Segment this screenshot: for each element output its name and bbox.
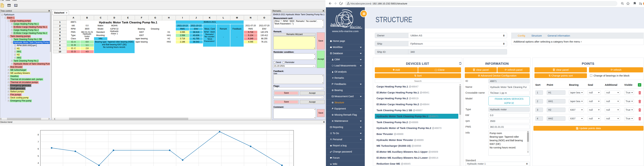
svg-text:5: 5 (38, 155, 39, 157)
svg-text:6: 6 (38, 147, 39, 150)
svg-text:8: 8 (38, 133, 39, 136)
svg-text:Info: Info (330, 22, 336, 27)
svg-text:W: W (330, 163, 332, 165)
svg-text:4: 4 (38, 162, 39, 164)
svg-text:Marine: Marine (350, 25, 361, 29)
svg-text:7: 7 (38, 141, 39, 143)
